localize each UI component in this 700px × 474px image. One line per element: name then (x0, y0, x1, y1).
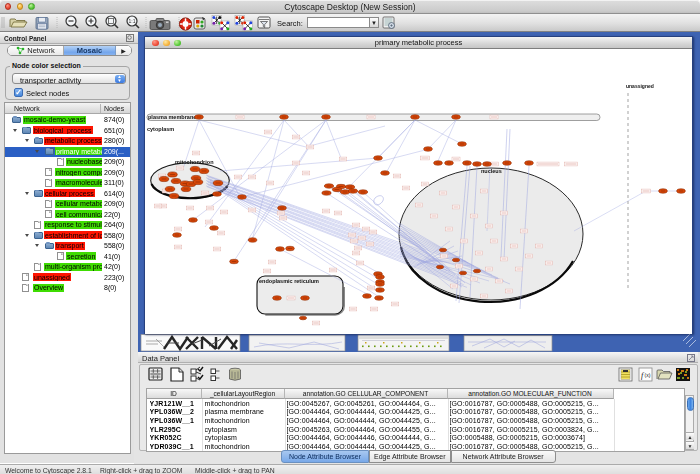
svg-text:1:1: 1:1 (129, 18, 136, 24)
svg-text:unassigned: unassigned (626, 83, 654, 89)
svg-text:plasma membrane: plasma membrane (148, 114, 196, 120)
svg-text:(x): (x) (645, 372, 651, 378)
svg-text:mitochondrion: mitochondrion (175, 159, 214, 165)
svg-text:cytoplasm: cytoplasm (147, 126, 174, 132)
svg-text:endoplasmic reticulum: endoplasmic reticulum (259, 278, 319, 284)
svg-text:nucleus: nucleus (481, 168, 502, 174)
